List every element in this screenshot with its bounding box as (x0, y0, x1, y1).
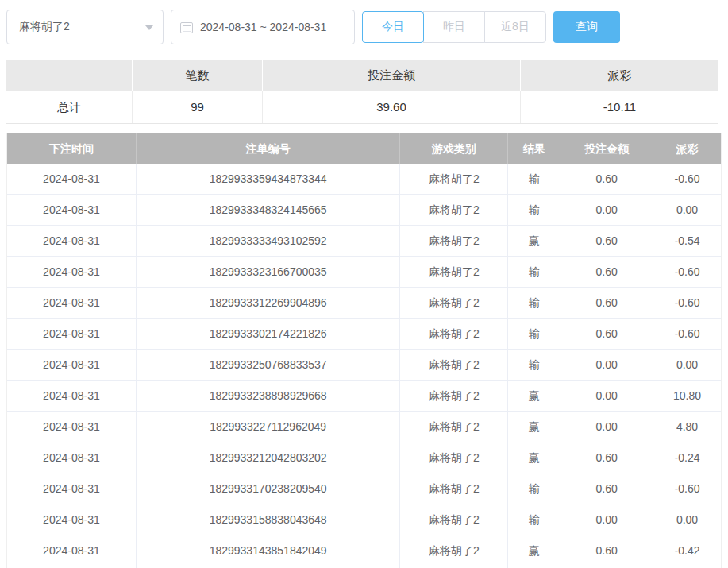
cell-order-id: 1829933250768833537 (137, 350, 401, 380)
table-row: 2024-08-311829933250768833537麻将胡了2输0.000… (7, 350, 721, 381)
cell-bet-time: 2024-08-31 (7, 226, 137, 256)
cell-bet-amount: 0.00 (560, 504, 653, 535)
cell-bet-amount: 0.00 (560, 350, 653, 380)
cell-bet-amount: 0.60 (560, 288, 653, 318)
table-row: 2024-08-311829933158838043648麻将胡了2输0.000… (7, 504, 721, 535)
cell-order-id: 1829933238898929668 (137, 381, 401, 411)
table-row: 2024-08-311829933170238209540麻将胡了2输0.60-… (7, 473, 721, 504)
table-row: 2024-08-311829933359434873344麻将胡了2输0.60-… (7, 164, 721, 195)
cell-result: 输 (508, 473, 560, 504)
summary-header-bet-amount: 投注金额 (263, 60, 521, 91)
cell-payout: 4.80 (653, 412, 721, 442)
summary-header-row: 笔数 投注金额 派彩 (6, 60, 718, 91)
cell-game-type: 麻将胡了2 (400, 412, 508, 442)
cell-payout: 0.00 (653, 195, 721, 225)
summary-total-payout: -10.11 (521, 91, 718, 123)
table-row: 2024-08-311829933348324145665麻将胡了2输0.000… (7, 195, 721, 226)
cell-bet-amount: 0.00 (560, 412, 653, 442)
summary-total-row: 总计 99 39.60 -10.11 (6, 91, 718, 123)
cell-order-id: 1829933312269904896 (137, 288, 401, 318)
date-range-picker[interactable]: 2024-08-31 ~ 2024-08-31 (171, 10, 355, 44)
cell-bet-time: 2024-08-31 (7, 319, 137, 349)
cell-result: 输 (508, 195, 560, 225)
game-select-value: 麻将胡了2 (19, 20, 70, 34)
cell-result: 赢 (508, 412, 560, 442)
cell-order-id: 1829933348324145665 (137, 195, 401, 225)
table-row: 2024-08-311829933333493102592麻将胡了2赢0.60-… (7, 226, 721, 257)
cell-bet-time: 2024-08-31 (7, 288, 137, 318)
cell-game-type: 麻将胡了2 (400, 350, 508, 380)
cell-payout: -0.60 (653, 288, 721, 318)
cell-game-type: 麻将胡了2 (400, 288, 508, 318)
cell-result: 输 (508, 319, 560, 349)
query-button[interactable]: 查询 (553, 11, 620, 43)
summary-header-count: 笔数 (133, 60, 263, 91)
cell-result: 赢 (508, 535, 560, 566)
cell-bet-time: 2024-08-31 (7, 195, 137, 225)
cell-result: 输 (508, 350, 560, 380)
cell-bet-amount: 0.60 (560, 319, 653, 349)
summary-total-count: 99 (133, 91, 263, 123)
cell-result: 输 (508, 288, 560, 318)
cell-bet-amount: 0.60 (560, 442, 653, 473)
cell-bet-time: 2024-08-31 (7, 257, 137, 287)
cell-bet-time: 2024-08-31 (7, 381, 137, 411)
cell-payout: -0.60 (653, 319, 721, 349)
cell-bet-time: 2024-08-31 (7, 504, 137, 535)
table-row: 2024-08-311829933212042803202麻将胡了2赢0.60-… (7, 442, 721, 473)
summary-header-payout: 派彩 (521, 60, 718, 91)
summary-header-empty (6, 60, 133, 91)
cell-bet-time: 2024-08-31 (7, 442, 137, 473)
cell-order-id: 1829933227112962049 (137, 412, 401, 442)
summary-table: 笔数 投注金额 派彩 总计 99 39.60 -10.11 (6, 60, 718, 124)
cell-payout: -0.60 (653, 257, 721, 287)
cell-result: 输 (508, 504, 560, 535)
page: 麻将胡了2 2024-08-31 ~ 2024-08-31 今日 昨日 近8日 … (0, 0, 728, 568)
cell-bet-time: 2024-08-31 (7, 164, 137, 194)
yesterday-button[interactable]: 昨日 (423, 11, 485, 43)
summary-total-label: 总计 (6, 91, 133, 123)
cell-game-type: 麻将胡了2 (400, 535, 508, 566)
summary-total-bet-amount: 39.60 (263, 91, 521, 123)
cell-bet-amount: 0.60 (560, 164, 653, 194)
table-row: 2024-08-311829933143851842049麻将胡了2赢0.60-… (7, 535, 721, 566)
cell-result: 输 (508, 164, 560, 194)
table-row: 2024-08-311829933312269904896麻将胡了2输0.60-… (7, 288, 721, 319)
cell-payout: -0.24 (653, 442, 721, 473)
cell-bet-time: 2024-08-31 (7, 350, 137, 380)
cell-bet-amount: 0.00 (560, 195, 653, 225)
cell-payout: -0.60 (653, 164, 721, 194)
calendar-icon (180, 22, 193, 33)
cell-game-type: 麻将胡了2 (400, 473, 508, 504)
cell-bet-amount: 0.60 (560, 473, 653, 504)
cell-order-id: 1829933143851842049 (137, 535, 401, 566)
cell-result: 赢 (508, 381, 560, 411)
game-select[interactable]: 麻将胡了2 (6, 10, 164, 44)
cell-bet-time: 2024-08-31 (7, 473, 137, 504)
bets-table-header: 下注时间 注单编号 游戏类别 结果 投注金额 派彩 (7, 133, 721, 164)
cell-order-id: 1829933333493102592 (137, 226, 401, 256)
cell-payout: 10.80 (653, 381, 721, 411)
cell-game-type: 麻将胡了2 (400, 319, 508, 349)
cell-game-type: 麻将胡了2 (400, 195, 508, 225)
table-row: 2024-08-311829933302174221826麻将胡了2输0.60-… (7, 319, 721, 350)
header-order-id: 注单编号 (137, 133, 401, 164)
table-row: 2024-08-311829933323166700035麻将胡了2输0.60-… (7, 257, 721, 288)
cell-order-id: 1829933359434873344 (137, 164, 401, 194)
date-range-value: 2024-08-31 ~ 2024-08-31 (200, 21, 326, 33)
header-bet-amount: 投注金额 (560, 133, 653, 164)
cell-order-id: 1829933302174221826 (137, 319, 401, 349)
table-body: 2024-08-311829933359434873344麻将胡了2输0.60-… (7, 164, 721, 568)
table-row: 2024-08-311829933238898929668麻将胡了2赢0.001… (7, 381, 721, 412)
chevron-down-icon (145, 25, 153, 30)
cell-result: 赢 (508, 226, 560, 256)
cell-order-id: 1829933323166700035 (137, 257, 401, 287)
header-bet-time: 下注时间 (7, 133, 137, 164)
last-8-days-button[interactable]: 近8日 (484, 11, 546, 43)
cell-bet-time: 2024-08-31 (7, 535, 137, 566)
header-game-type: 游戏类别 (400, 133, 508, 164)
cell-bet-amount: 0.60 (560, 226, 653, 256)
today-button[interactable]: 今日 (362, 11, 424, 43)
cell-game-type: 麻将胡了2 (400, 504, 508, 535)
cell-payout: -0.42 (653, 535, 721, 566)
